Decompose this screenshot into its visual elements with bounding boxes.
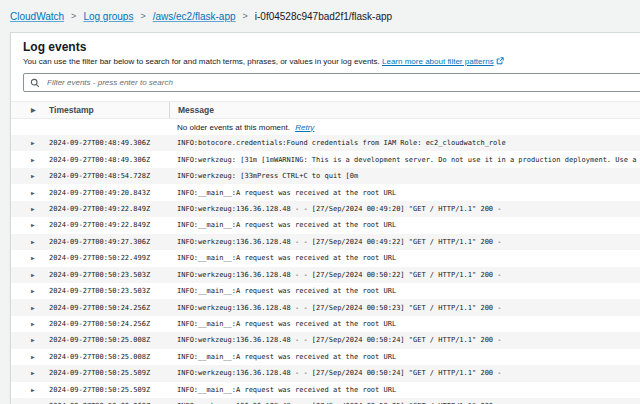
row-message: INFO:__main__:A request was received at … bbox=[169, 254, 640, 262]
row-timestamp: 2024-09-27T00:50:25.008Z bbox=[49, 336, 169, 344]
row-expand-icon[interactable]: ▶ bbox=[11, 140, 49, 146]
row-expand-icon[interactable]: ▶ bbox=[11, 157, 49, 163]
row-expand-icon[interactable]: ▶ bbox=[11, 190, 49, 196]
row-timestamp: 2024-09-27T00:49:22.849Z bbox=[49, 221, 169, 229]
log-event-row: ▶ 2024-09-27T00:50:25.008Z INFO:__main__… bbox=[11, 349, 640, 365]
log-event-row: ▶ 2024-09-27T00:50:26.260Z INFO:werkzeug… bbox=[11, 398, 640, 404]
log-event-row: ▶ 2024-09-27T00:50:24.256Z INFO:werkzeug… bbox=[11, 299, 640, 315]
row-message: INFO:werkzeug:136.36.128.48 - - [27/Sep/… bbox=[169, 369, 640, 377]
row-timestamp: 2024-09-27T00:48:49.306Z bbox=[49, 139, 169, 147]
row-message: INFO:werkzeug:136.36.128.48 - - [27/Sep/… bbox=[169, 238, 640, 246]
retry-link[interactable]: Retry bbox=[295, 123, 314, 132]
breadcrumb-separator-icon: > bbox=[71, 11, 76, 21]
breadcrumb: CloudWatch > Log groups > /aws/ec2/flask… bbox=[0, 0, 640, 32]
row-timestamp: 2024-09-27T00:49:22.849Z bbox=[49, 205, 169, 213]
row-message: INFO:werkzeug:136.36.128.48 - - [27/Sep/… bbox=[169, 336, 640, 344]
log-event-row: ▶ 2024-09-27T00:50:24.256Z INFO:__main__… bbox=[11, 316, 640, 332]
external-link-icon bbox=[496, 57, 504, 68]
search-icon bbox=[30, 78, 40, 88]
row-expand-icon[interactable]: ▶ bbox=[11, 337, 49, 343]
log-event-row: ▶ 2024-09-27T00:48:49.306Z INFO:botocore… bbox=[11, 135, 640, 151]
row-message: INFO:__main__:A request was received at … bbox=[169, 287, 640, 295]
row-timestamp: 2024-09-27T00:50:25.509Z bbox=[49, 369, 169, 377]
log-event-row: ▶ 2024-09-27T00:48:54.728Z INFO:werkzeug… bbox=[11, 168, 640, 184]
row-message: INFO:botocore.credentials:Found credenti… bbox=[169, 139, 640, 147]
row-timestamp: 2024-09-27T00:49:27.306Z bbox=[49, 238, 169, 246]
panel-description: You can use the filter bar below to sear… bbox=[23, 57, 640, 68]
log-event-row: ▶ 2024-09-27T00:50:25.509Z INFO:__main__… bbox=[11, 382, 640, 398]
cloudwatch-log-events-page: CloudWatch > Log groups > /aws/ec2/flask… bbox=[0, 0, 640, 404]
message-column-header: Message bbox=[169, 102, 640, 118]
log-events-panel: Log events You can use the filter bar be… bbox=[10, 32, 640, 404]
expand-all-icon[interactable]: ▶ bbox=[11, 107, 49, 113]
log-event-row: ▶ 2024-09-27T00:49:20.843Z INFO:__main__… bbox=[11, 184, 640, 200]
row-message: INFO:__main__:A request was received at … bbox=[169, 320, 640, 328]
log-event-row: ▶ 2024-09-27T00:50:25.509Z INFO:werkzeug… bbox=[11, 365, 640, 381]
page-title: Log events bbox=[23, 41, 640, 54]
timestamp-column-header[interactable]: Timestamp bbox=[49, 105, 169, 115]
row-timestamp: 2024-09-27T00:50:25.008Z bbox=[49, 353, 169, 361]
row-expand-icon[interactable]: ▶ bbox=[11, 239, 49, 245]
row-timestamp: 2024-09-27T00:50:24.256Z bbox=[49, 304, 169, 312]
row-message: INFO:werkzeug: [33mPress CTRL+C to quit … bbox=[169, 172, 640, 180]
row-expand-icon[interactable]: ▶ bbox=[11, 206, 49, 212]
row-timestamp: 2024-09-27T00:50:22.499Z bbox=[49, 254, 169, 262]
row-message: INFO:__main__:A request was received at … bbox=[169, 353, 640, 361]
row-message: INFO:werkzeug:136.36.128.48 - - [27/Sep/… bbox=[169, 205, 640, 213]
row-expand-icon[interactable]: ▶ bbox=[11, 272, 49, 278]
row-message: INFO:werkzeug:136.36.128.48 - - [27/Sep/… bbox=[169, 271, 640, 279]
row-message: INFO:__main__:A request was received at … bbox=[169, 386, 640, 394]
log-rows: ▶ 2024-09-27T00:48:49.306Z INFO:botocore… bbox=[11, 135, 640, 404]
row-timestamp: 2024-09-27T00:50:23.503Z bbox=[49, 287, 169, 295]
row-timestamp: 2024-09-27T00:50:23.503Z bbox=[49, 271, 169, 279]
row-timestamp: 2024-09-27T00:48:49.306Z bbox=[49, 156, 169, 164]
table-header-row: ▶ Timestamp Message bbox=[11, 101, 640, 119]
row-expand-icon[interactable]: ▶ bbox=[11, 387, 49, 393]
row-message: INFO:__main__:A request was received at … bbox=[169, 221, 640, 229]
row-timestamp: 2024-09-27T00:48:54.728Z bbox=[49, 172, 169, 180]
breadcrumb-cloudwatch-link[interactable]: CloudWatch bbox=[10, 11, 64, 22]
log-event-row: ▶ 2024-09-27T00:50:23.503Z INFO:__main__… bbox=[11, 283, 640, 299]
row-message: INFO:werkzeug: [31m [1mWARNING: This is … bbox=[169, 156, 640, 164]
panel-header: Log events You can use the filter bar be… bbox=[11, 33, 640, 101]
breadcrumb-separator-icon: > bbox=[243, 11, 248, 21]
row-message: INFO:werkzeug:136.36.128.48 - - [27/Sep/… bbox=[169, 304, 640, 312]
row-expand-icon[interactable]: ▶ bbox=[11, 288, 49, 294]
row-expand-icon[interactable]: ▶ bbox=[11, 321, 49, 327]
breadcrumb-log-groups-link[interactable]: Log groups bbox=[83, 11, 133, 22]
row-timestamp: 2024-09-27T00:50:24.256Z bbox=[49, 320, 169, 328]
row-expand-icon[interactable]: ▶ bbox=[11, 255, 49, 261]
log-event-row: ▶ 2024-09-27T00:50:22.499Z INFO:__main__… bbox=[11, 250, 640, 266]
search-input[interactable] bbox=[45, 77, 640, 88]
log-event-row: ▶ 2024-09-27T00:49:22.849Z INFO:__main__… bbox=[11, 217, 640, 233]
log-event-row: ▶ 2024-09-27T00:48:49.306Z INFO:werkzeug… bbox=[11, 151, 640, 167]
row-expand-icon[interactable]: ▶ bbox=[11, 370, 49, 376]
learn-more-link[interactable]: Learn more about filter patterns bbox=[382, 57, 494, 66]
row-timestamp: 2024-09-27T00:49:20.843Z bbox=[49, 189, 169, 197]
row-expand-icon[interactable]: ▶ bbox=[11, 354, 49, 360]
row-expand-icon[interactable]: ▶ bbox=[11, 222, 49, 228]
no-older-events-text: No older events at this moment. bbox=[177, 123, 290, 132]
row-expand-icon[interactable]: ▶ bbox=[11, 173, 49, 179]
row-expand-icon[interactable]: ▶ bbox=[11, 305, 49, 311]
log-event-row: ▶ 2024-09-27T00:50:23.503Z INFO:werkzeug… bbox=[11, 267, 640, 283]
no-older-events-row: No older events at this moment. Retry bbox=[11, 119, 640, 135]
filter-events-searchbox[interactable] bbox=[23, 73, 640, 92]
breadcrumb-separator-icon: > bbox=[140, 11, 145, 21]
log-event-row: ▶ 2024-09-27T00:49:27.306Z INFO:werkzeug… bbox=[11, 234, 640, 250]
log-event-row: ▶ 2024-09-27T00:49:22.849Z INFO:werkzeug… bbox=[11, 201, 640, 217]
breadcrumb-log-group-link[interactable]: /aws/ec2/flask-app bbox=[153, 11, 236, 22]
description-text: You can use the filter bar below to sear… bbox=[23, 57, 380, 66]
log-event-row: ▶ 2024-09-27T00:50:25.008Z INFO:werkzeug… bbox=[11, 332, 640, 348]
row-message: INFO:__main__:A request was received at … bbox=[169, 189, 640, 197]
breadcrumb-current-log-stream: i-0f04528c947bad2f1/flask-app bbox=[255, 11, 392, 22]
row-timestamp: 2024-09-27T00:50:25.509Z bbox=[49, 386, 169, 394]
log-events-table: ▶ Timestamp Message No older events at t… bbox=[11, 101, 640, 404]
